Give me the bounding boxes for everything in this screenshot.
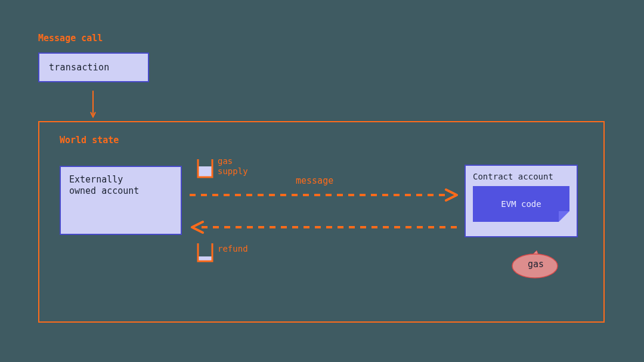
diagram-title: Message call (38, 33, 103, 44)
bucket-refund-icon (197, 242, 213, 262)
label-evm-code: EVM code (501, 199, 541, 209)
label-eoa-line1: Externally (69, 174, 172, 185)
label-contract-account: Contract account (473, 172, 569, 181)
arrow-message-icon (190, 188, 459, 202)
label-refund: refund (218, 244, 248, 254)
label-message: message (296, 175, 333, 186)
box-eoa: Externally owned account (60, 166, 182, 235)
svg-rect-1 (198, 166, 212, 177)
arrow-down-icon (89, 91, 97, 119)
box-transaction: transaction (38, 52, 149, 82)
label-world-state: World state (60, 135, 119, 146)
label-gas-supply: gas supply (218, 156, 253, 177)
label-transaction: transaction (49, 62, 110, 73)
label-eoa-line2: owned account (69, 185, 172, 197)
dog-ear-icon (559, 211, 569, 222)
arrow-return-icon (190, 221, 459, 234)
label-gas-bubble: gas (528, 259, 544, 270)
chip-evm-code: EVM code (473, 186, 569, 222)
bucket-gas-supply-icon (197, 158, 213, 178)
box-contract-account: Contract account EVM code (465, 165, 578, 237)
